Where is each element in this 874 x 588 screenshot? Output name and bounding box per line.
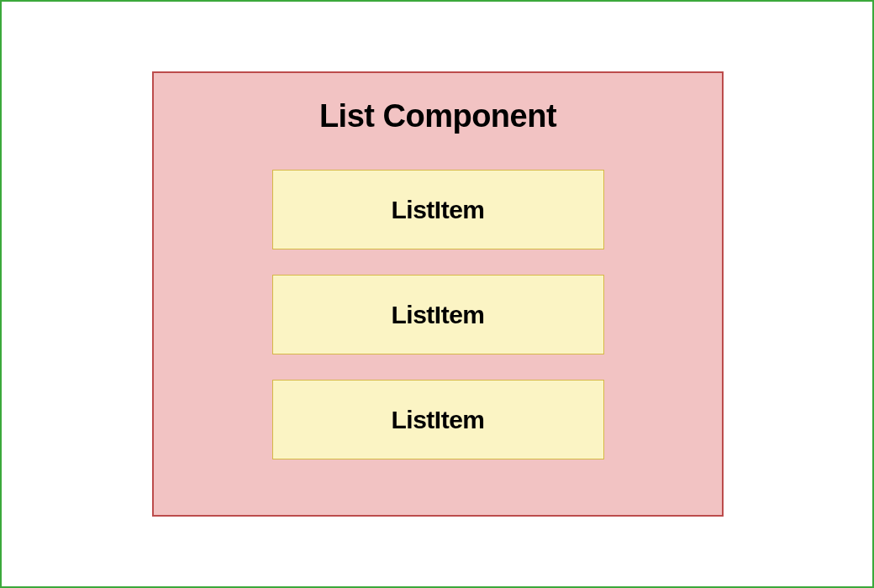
list-component-container: List Component ListItem ListItem ListIte… xyxy=(152,71,724,517)
list-item: ListItem xyxy=(272,380,604,459)
outer-frame: List Component ListItem ListItem ListIte… xyxy=(0,0,874,588)
list-item-label: ListItem xyxy=(391,301,484,329)
list-item-label: ListItem xyxy=(391,406,484,434)
list-item: ListItem xyxy=(272,275,604,354)
list-item: ListItem xyxy=(272,170,604,249)
list-item-label: ListItem xyxy=(391,196,484,224)
list-component-title: List Component xyxy=(319,98,556,134)
